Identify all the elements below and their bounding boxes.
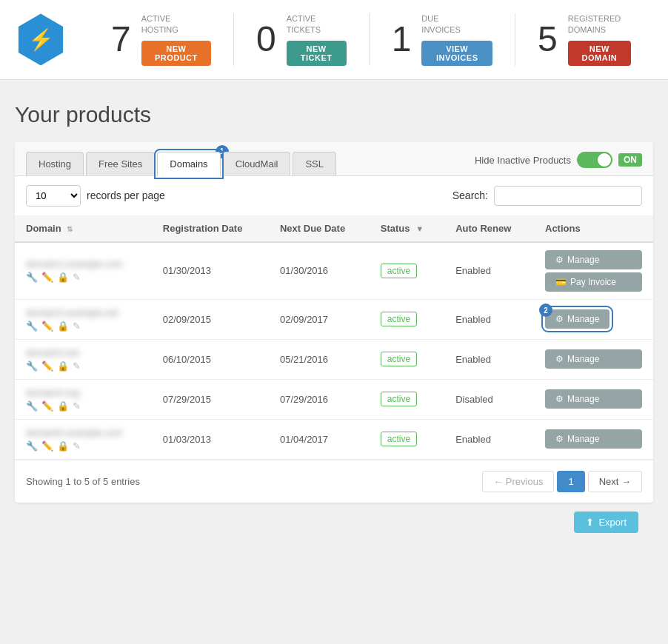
- domain-icon-3[interactable]: 🔒: [57, 440, 69, 452]
- actions-cell: ⚙ Manage: [534, 339, 653, 379]
- page-title: Your products: [15, 102, 653, 127]
- domain-name: domain4.org: [26, 387, 141, 398]
- logo: ⚡: [15, 13, 67, 65]
- auto-renew-cell: Enabled: [444, 299, 534, 339]
- domain-cell: domain5.example.com 🔧 ✏️ 🔒 ✎: [15, 419, 152, 459]
- prev-button[interactable]: ← Previous: [482, 471, 554, 492]
- due-date-cell: 01/30/2016: [269, 242, 370, 300]
- col-status: Status ▼: [370, 215, 444, 242]
- table-row: domain1.example.com 🔧 ✏️ 🔒 ✎ 01/30/20130…: [15, 242, 653, 300]
- domain-icon-2[interactable]: ✏️: [41, 272, 53, 283]
- export-label: Export: [598, 517, 627, 528]
- manage-button[interactable]: ⚙ Manage: [545, 429, 642, 449]
- search-input[interactable]: [494, 186, 642, 206]
- domain-cell: domain2.example.net 🔧 ✏️ 🔒 ✎: [15, 299, 152, 339]
- status-cell: active: [370, 379, 444, 419]
- table-row: domain3.net 🔧 ✏️ 🔒 ✎ 06/10/201505/21/201…: [15, 339, 653, 379]
- domain-icon-1[interactable]: 🔧: [26, 440, 38, 452]
- reg-date-cell: 02/09/2015: [152, 299, 269, 339]
- col-reg-date: Registration Date: [152, 215, 269, 242]
- tab-cloudmail[interactable]: CloudMail: [223, 152, 291, 175]
- reg-date-cell: 01/03/2013: [152, 419, 269, 459]
- domain-icons: 🔧 ✏️ 🔒 ✎: [26, 321, 141, 332]
- tab-ssl[interactable]: SSL: [293, 152, 336, 175]
- domain-icon-2[interactable]: ✏️: [41, 400, 53, 412]
- toggle-on-label: ON: [618, 153, 642, 167]
- domain-icon-4[interactable]: ✎: [73, 360, 81, 372]
- domain-sort-icon[interactable]: ⇅: [67, 225, 73, 233]
- domain-icon-4[interactable]: ✎: [73, 400, 81, 412]
- table-row: domain5.example.com 🔧 ✏️ 🔒 ✎ 01/03/20130…: [15, 419, 653, 459]
- tab-cloudmail-wrap: CloudMail: [223, 151, 293, 175]
- domain-icon-3[interactable]: 🔒: [57, 272, 69, 283]
- next-button[interactable]: Next →: [588, 471, 642, 492]
- auto-renew-cell: Enabled: [444, 419, 534, 459]
- status-filter-icon[interactable]: ▼: [415, 224, 424, 233]
- hide-inactive-control: Hide Inactive Products ON: [475, 152, 642, 174]
- view-invoices-button[interactable]: VIEW INVOICES: [421, 41, 492, 66]
- domain-icon-4[interactable]: ✎: [73, 440, 81, 452]
- gear-icon: ⚙: [555, 255, 564, 265]
- domain-name: domain2.example.net: [26, 307, 141, 318]
- domain-name: domain1.example.com: [26, 258, 141, 269]
- manage-button[interactable]: ⚙ Manage: [545, 389, 642, 409]
- tab-free-sites-wrap: Free Sites: [86, 151, 157, 175]
- pay-invoice-button[interactable]: 💳 Pay Invoice: [545, 272, 642, 292]
- status-badge: active: [381, 264, 417, 278]
- page-content: Your products Hosting Free Sites Domains…: [0, 80, 668, 564]
- domain-icon-2[interactable]: ✏️: [41, 360, 53, 372]
- status-cell: active: [370, 419, 444, 459]
- products-panel: Hosting Free Sites Domains 1 CloudMail S…: [15, 142, 653, 503]
- domain-icon-3[interactable]: 🔒: [57, 400, 69, 412]
- status-badge: active: [381, 352, 417, 366]
- tab-hosting[interactable]: Hosting: [26, 152, 84, 175]
- tab-free-sites[interactable]: Free Sites: [86, 152, 155, 175]
- domain-icon-1[interactable]: 🔧: [26, 272, 38, 283]
- pagination-row: Showing 1 to 5 of 5 entries ← Previous 1…: [15, 460, 653, 503]
- due-date-cell: 01/04/2017: [269, 419, 370, 459]
- domain-cell: domain4.org 🔧 ✏️ 🔒 ✎: [15, 379, 152, 419]
- domain-icon-1[interactable]: 🔧: [26, 400, 38, 412]
- new-product-button[interactable]: NEW PRODUCT: [141, 41, 211, 66]
- stat-domains-number: 5: [538, 21, 558, 57]
- domain-icon-1[interactable]: 🔧: [26, 321, 38, 332]
- domain-cell: domain1.example.com 🔧 ✏️ 🔒 ✎: [15, 242, 152, 300]
- gear-icon: ⚙: [555, 434, 564, 444]
- page-1-button[interactable]: 1: [557, 471, 584, 492]
- tab-hosting-wrap: Hosting: [26, 151, 86, 175]
- hide-inactive-toggle[interactable]: [577, 152, 612, 168]
- stat-hosting-label: ACTIVEHOSTING: [141, 13, 211, 36]
- gear-icon: ⚙: [555, 314, 564, 324]
- manage-btn-wrap: 2⚙ Manage: [545, 309, 642, 329]
- new-domain-button[interactable]: NEW DOMAIN: [568, 41, 631, 66]
- showing-text: Showing 1 to 5 of 5 entries: [26, 476, 140, 487]
- header: ⚡ 7 ACTIVEHOSTING NEW PRODUCT 0 ACTIVETI…: [0, 0, 668, 80]
- export-button[interactable]: ⬆ Export: [574, 511, 638, 533]
- hide-inactive-label: Hide Inactive Products: [475, 155, 571, 166]
- due-date-cell: 07/29/2016: [269, 379, 370, 419]
- credit-card-icon: 💳: [555, 277, 567, 287]
- domain-icon-4[interactable]: ✎: [73, 321, 81, 332]
- status-badge: active: [381, 312, 417, 326]
- manage-button[interactable]: ⚙ Manage: [545, 349, 642, 369]
- manage-button[interactable]: ⚙ Manage: [545, 250, 642, 269]
- domain-icon-3[interactable]: 🔒: [57, 321, 69, 332]
- domain-icon-2[interactable]: ✏️: [41, 440, 53, 452]
- tab-domains[interactable]: Domains: [157, 152, 220, 176]
- search-label: Search:: [452, 189, 488, 201]
- search-control: Search:: [452, 186, 642, 206]
- domain-icon-4[interactable]: ✎: [73, 272, 81, 283]
- records-per-page-select[interactable]: 10 25 50 100: [26, 185, 81, 207]
- reg-date-cell: 07/29/2015: [152, 379, 269, 419]
- manage-button[interactable]: ⚙ Manage: [545, 309, 609, 329]
- domains-table: Domain ⇅ Registration Date Next Due Date…: [15, 215, 653, 460]
- domain-icon-1[interactable]: 🔧: [26, 360, 38, 372]
- domain-icon-2[interactable]: ✏️: [41, 321, 53, 332]
- tabs-header: Hosting Free Sites Domains 1 CloudMail S…: [15, 142, 653, 176]
- actions-container: ⚙ Manage: [545, 389, 642, 409]
- status-badge: active: [381, 432, 417, 446]
- new-ticket-button[interactable]: NEW TICKET: [287, 41, 347, 66]
- domain-icon-3[interactable]: 🔒: [57, 360, 69, 372]
- status-cell: active: [370, 299, 444, 339]
- stat-hosting-number: 7: [111, 21, 131, 57]
